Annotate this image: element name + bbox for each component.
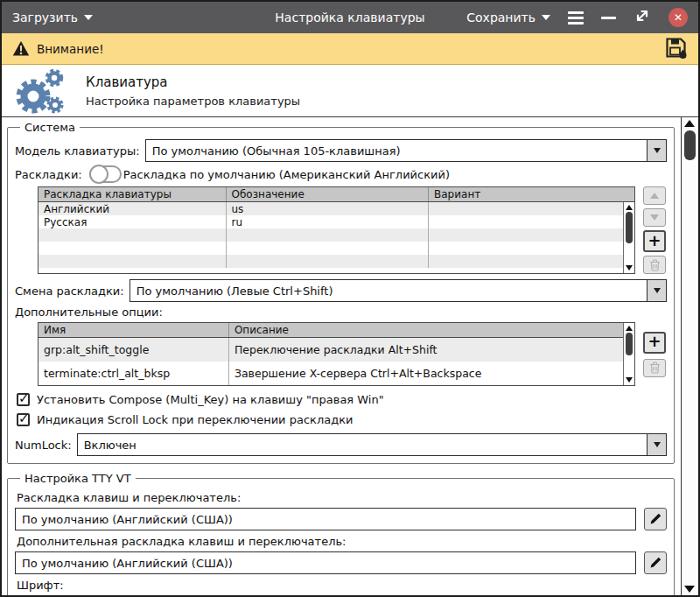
save-menu-label: Сохранить: [466, 11, 536, 25]
move-up-button[interactable]: [643, 186, 666, 205]
compose-checkbox-row[interactable]: Установить Compose (Multi_Key) на клавиш…: [17, 393, 667, 406]
cell-layout-name: Английский: [38, 202, 227, 215]
titlebar: Загрузить Настройка клавиатуры Сохранить…: [2, 2, 698, 33]
column-header: Вариант: [429, 187, 634, 201]
expand-icon: [634, 7, 651, 25]
numlock-dropdown[interactable]: Включен: [77, 433, 667, 456]
system-group-legend: Система: [20, 121, 80, 134]
content-area: Система Модель клавиатуры: По умолчанию …: [2, 117, 698, 595]
page-scrollbar[interactable]: [681, 117, 698, 595]
close-icon: ✕: [674, 11, 682, 24]
switch-layout-dropdown[interactable]: По умолчанию (Левые Ctrl+Shift): [130, 279, 667, 302]
pencil-icon: [649, 557, 662, 569]
scrollbar-thumb[interactable]: [626, 212, 633, 243]
cell-layout-variant: [429, 215, 634, 228]
numlock-value: Включен: [78, 434, 647, 455]
expand-button[interactable]: [634, 7, 651, 28]
table-row-empty: [38, 228, 634, 242]
dropdown-arrow-button[interactable]: [647, 434, 666, 455]
minimize-icon: [601, 17, 616, 19]
arrow-down-icon: [650, 214, 659, 221]
scroll-down-icon[interactable]: [626, 265, 633, 270]
chevron-down-icon: [654, 442, 661, 447]
toggle-knob: [89, 165, 108, 184]
chevron-down-icon: [542, 15, 550, 20]
scroll-lock-checkbox-label: Индикация Scroll Lock при переключении р…: [37, 413, 353, 426]
move-down-button[interactable]: [643, 208, 666, 227]
keyboard-model-label: Модель клавиатуры:: [15, 144, 140, 158]
tty-alt-layout-field[interactable]: По умолчанию (Английский (США)): [15, 551, 636, 574]
column-header: Описание: [229, 323, 634, 337]
tty-alt-layout-label: Дополнительная раскладка клавиш и перекл…: [17, 535, 667, 548]
load-menu-button[interactable]: Загрузить: [12, 11, 93, 25]
add-layout-button[interactable]: +: [643, 230, 666, 252]
edit-tty-alt-layout-button[interactable]: [644, 551, 667, 574]
table-row-empty: [38, 242, 634, 255]
table-scrollbar[interactable]: [623, 323, 634, 385]
layouts-toggle[interactable]: [89, 165, 122, 183]
chevron-down-icon: [654, 148, 661, 153]
scrollbar-thumb[interactable]: [626, 333, 633, 355]
dropdown-arrow-button[interactable]: [647, 140, 666, 161]
app-header: Клавиатура Настройка параметров клавиату…: [2, 65, 698, 117]
cell-option-description: Переключение раскладки Alt+Shift: [229, 338, 634, 362]
cell-layout-code: us: [227, 202, 430, 215]
warning-bar: Внимание!: [2, 33, 698, 65]
column-header: Имя: [38, 323, 229, 337]
layouts-toggle-text: Раскладка по умолчанию (Американский Анг…: [123, 168, 450, 181]
system-group: Система Модель клавиатуры: По умолчанию …: [7, 121, 675, 464]
scrollbar-thumb[interactable]: [684, 130, 696, 160]
close-button[interactable]: ✕: [668, 8, 688, 27]
scroll-up-icon[interactable]: [684, 120, 695, 127]
cell-option-name: grp:alt_shift_toggle: [38, 338, 229, 362]
delete-option-button[interactable]: [643, 359, 666, 377]
load-menu-label: Загрузить: [12, 11, 78, 25]
delete-layout-button[interactable]: [643, 256, 666, 274]
tty-font-label: Шрифт:: [17, 579, 667, 592]
warning-icon: [12, 40, 30, 57]
settings-scroll-area: Система Модель клавиатуры: По умолчанию …: [2, 117, 681, 595]
layouts-table-header: Раскладка клавиатуры Обозначение Вариант: [38, 187, 634, 202]
column-header: Раскладка клавиатуры: [38, 187, 227, 201]
cell-layout-variant: [429, 202, 634, 215]
add-option-button[interactable]: +: [643, 332, 666, 354]
compose-checkbox-label: Установить Compose (Multi_Key) на клавиш…: [37, 393, 384, 406]
keyboard-model-dropdown[interactable]: По умолчанию (Обычная 105-клавишная): [145, 139, 667, 162]
page-subtitle: Настройка параметров клавиатуры: [86, 95, 300, 108]
save-file-button[interactable]: [664, 36, 688, 62]
tty-layout-field[interactable]: По умолчанию (Английский (США)): [15, 508, 636, 530]
compose-checkbox[interactable]: [17, 393, 30, 406]
scroll-up-icon[interactable]: [626, 205, 633, 210]
plus-icon: +: [648, 233, 661, 249]
tty-group-legend: Настройка TTY VT: [20, 472, 136, 485]
table-row[interactable]: Русская ru: [38, 215, 634, 228]
table-scrollbar[interactable]: [623, 202, 634, 273]
chevron-down-icon: [654, 288, 661, 293]
scroll-lock-checkbox-row[interactable]: Индикация Scroll Lock при переключении р…: [17, 413, 667, 426]
main-menu-button[interactable]: [568, 11, 584, 25]
trash-icon: [649, 259, 661, 271]
extra-options-label: Дополнительные опции:: [15, 306, 163, 319]
tty-group: Настройка TTY VT Раскладка клавиш и пере…: [7, 472, 675, 595]
edit-tty-layout-button[interactable]: [644, 508, 667, 530]
table-row[interactable]: Английский us: [38, 202, 634, 215]
dropdown-arrow-button[interactable]: [647, 280, 666, 301]
warning-label: Внимание!: [37, 42, 104, 56]
options-table-header: Имя Описание: [38, 323, 634, 338]
cell-layout-name: Русская: [38, 215, 227, 228]
table-row[interactable]: grp:alt_shift_toggle Переключение раскла…: [38, 338, 634, 362]
table-row-empty: [38, 255, 634, 268]
options-table: Имя Описание grp:alt_shift_toggle Перекл…: [38, 322, 635, 386]
layouts-label: Раскладки:: [15, 168, 82, 181]
keyboard-settings-window: Загрузить Настройка клавиатуры Сохранить…: [0, 0, 700, 597]
scroll-down-icon[interactable]: [684, 586, 695, 593]
layouts-table: Раскладка клавиатуры Обозначение Вариант…: [38, 186, 635, 274]
scroll-down-icon[interactable]: [626, 377, 633, 383]
scroll-lock-checkbox[interactable]: [17, 413, 30, 426]
trash-icon: [649, 362, 661, 374]
minimize-button[interactable]: [601, 17, 616, 19]
table-row[interactable]: terminate:ctrl_alt_bksp Завершение X-сер…: [38, 362, 634, 385]
scroll-up-icon[interactable]: [626, 326, 633, 331]
keyboard-model-value: По умолчанию (Обычная 105-клавишная): [146, 140, 647, 161]
save-menu-button[interactable]: Сохранить: [466, 11, 550, 25]
